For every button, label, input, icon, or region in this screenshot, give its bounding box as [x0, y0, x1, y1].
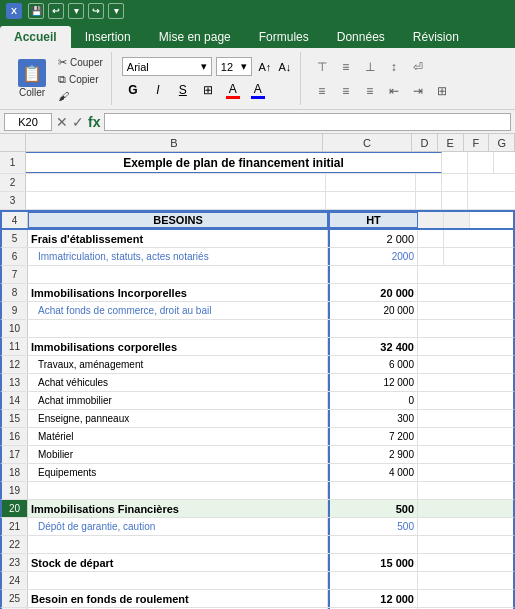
- table-row: 10: [0, 320, 515, 338]
- confirm-formula-icon[interactable]: ✓: [72, 114, 84, 130]
- font-name-dropdown[interactable]: Arial ▾: [122, 57, 212, 76]
- increase-font-size-button[interactable]: A↑: [256, 58, 274, 76]
- cell-c22: [328, 536, 418, 553]
- cell-b11: Immobilisations corporelles: [28, 338, 328, 355]
- undo-dropdown-icon[interactable]: ▾: [68, 3, 84, 19]
- row-number: 20: [2, 500, 28, 517]
- insert-function-icon[interactable]: fx: [88, 114, 100, 130]
- bold-button[interactable]: G: [122, 80, 144, 100]
- dropdown-arrow-icon: ▾: [201, 60, 207, 73]
- cut-button[interactable]: ✂ Couper: [56, 55, 105, 70]
- text-direction-button[interactable]: ↕: [383, 57, 405, 77]
- table-row: 22: [0, 536, 515, 554]
- font-size-dropdown[interactable]: 12 ▾: [216, 57, 252, 76]
- tab-insertion[interactable]: Insertion: [71, 26, 145, 48]
- table-row: 1 Exemple de plan de financement initial: [0, 152, 515, 174]
- title-cell[interactable]: Exemple de plan de financement initial: [26, 152, 442, 173]
- row-number: 24: [2, 572, 28, 589]
- cell-b12: Travaux, aménagement: [28, 356, 328, 373]
- redo-icon[interactable]: ↪: [88, 3, 104, 19]
- cell-b20[interactable]: Immobilisations Financières: [28, 500, 328, 517]
- cell-c25: 12 000: [328, 590, 418, 607]
- merge-center-button[interactable]: ⊞: [431, 81, 453, 101]
- sheet-body: 1 Exemple de plan de financement initial…: [0, 152, 515, 609]
- cell-b23: Stock de départ: [28, 554, 328, 571]
- spreadsheet: B C D E F G 1 Exemple de plan de finance…: [0, 134, 515, 609]
- cell-b22: [28, 536, 328, 553]
- format-painter-button[interactable]: 🖌: [56, 89, 105, 103]
- italic-button[interactable]: I: [147, 80, 169, 100]
- save-icon[interactable]: 💾: [28, 3, 44, 19]
- copy-button[interactable]: ⧉ Copier: [56, 72, 105, 87]
- increase-indent-button[interactable]: ⇥: [407, 81, 429, 101]
- table-row: 12 Travaux, aménagement 6 000: [0, 356, 515, 374]
- cell-b3: [26, 192, 326, 209]
- align-left-button[interactable]: ≡: [311, 81, 333, 101]
- paste-button[interactable]: 📋 Coller: [12, 59, 52, 98]
- underline-button[interactable]: S: [172, 80, 194, 100]
- header-besoins: BESOINS: [28, 212, 328, 228]
- tab-formules[interactable]: Formules: [245, 26, 323, 48]
- size-dropdown-arrow-icon: ▾: [241, 60, 247, 73]
- font-row2: G I S ⊞ A A: [122, 80, 294, 100]
- formula-bar: K20 ✕ ✓ fx: [0, 110, 515, 134]
- font-group: Arial ▾ 12 ▾ A↑ A↓ G I S ⊞: [116, 52, 301, 105]
- row-number: 2: [0, 174, 26, 191]
- fill-color-button[interactable]: A: [222, 80, 244, 100]
- border-button[interactable]: ⊞: [197, 80, 219, 100]
- decrease-indent-button[interactable]: ⇤: [383, 81, 405, 101]
- cell-c15: 300: [328, 410, 418, 427]
- quick-access-toolbar: 💾 ↩ ▾ ↪ ▾: [28, 3, 124, 19]
- table-row: 19: [0, 482, 515, 500]
- col-header-g: G: [489, 134, 515, 151]
- align-section: ⊤ ≡ ⊥ ↕ ⏎ ≡ ≡ ≡ ⇤ ⇥ ⊞: [311, 57, 453, 101]
- cell-c12: 6 000: [328, 356, 418, 373]
- cell-b24: [28, 572, 328, 589]
- tab-donnees[interactable]: Données: [323, 26, 399, 48]
- align-row1: ⊤ ≡ ⊥ ↕ ⏎: [311, 57, 453, 77]
- align-right-button[interactable]: ≡: [359, 81, 381, 101]
- scissors-icon: ✂: [58, 56, 67, 69]
- tab-revision[interactable]: Révision: [399, 26, 473, 48]
- undo-icon[interactable]: ↩: [48, 3, 64, 19]
- table-row: 6 Immatriculation, statuts, actes notari…: [0, 248, 515, 266]
- fill-color-indicator: [226, 96, 240, 99]
- cell-c5: 2 000: [328, 230, 418, 247]
- row-number: 1: [0, 152, 26, 173]
- customize-icon[interactable]: ▾: [108, 3, 124, 19]
- clipboard-mini-buttons: ✂ Couper ⧉ Copier 🖌: [56, 55, 105, 103]
- cell-c6: 2000: [328, 248, 418, 265]
- cell-c17: 2 900: [328, 446, 418, 463]
- table-row: 24: [0, 572, 515, 590]
- font-color-indicator: [251, 96, 265, 99]
- cell-reference-box[interactable]: K20: [4, 113, 52, 131]
- wrap-text-button[interactable]: ⏎: [407, 57, 429, 77]
- row-number: 19: [2, 482, 28, 499]
- excel-icon: X: [6, 3, 22, 19]
- table-row: 13 Achat véhicules 12 000: [0, 374, 515, 392]
- decrease-font-size-button[interactable]: A↓: [276, 58, 294, 76]
- cell-b17: Mobilier: [28, 446, 328, 463]
- fill-icon: A: [229, 82, 237, 96]
- align-middle-button[interactable]: ≡: [335, 57, 357, 77]
- row-number: 5: [2, 230, 28, 247]
- formula-input[interactable]: [104, 113, 511, 131]
- align-top-button[interactable]: ⊤: [311, 57, 333, 77]
- tab-mise-en-page[interactable]: Mise en page: [145, 26, 245, 48]
- row-number: 14: [2, 392, 28, 409]
- copy-label: Copier: [69, 74, 98, 85]
- align-bottom-button[interactable]: ⊥: [359, 57, 381, 77]
- cell-d3: [416, 192, 442, 209]
- cancel-formula-icon[interactable]: ✕: [56, 114, 68, 130]
- cell-c20[interactable]: 500: [328, 500, 418, 517]
- cell-c10: [328, 320, 418, 337]
- cell-b6: Immatriculation, statuts, actes notariés: [28, 248, 328, 265]
- row-number: 3: [0, 192, 26, 209]
- ribbon-tabs: Accueil Insertion Mise en page Formules …: [0, 22, 515, 48]
- align-center-button[interactable]: ≡: [335, 81, 357, 101]
- tab-accueil[interactable]: Accueil: [0, 26, 71, 48]
- row-number: 16: [2, 428, 28, 445]
- font-color-button[interactable]: A: [247, 80, 269, 100]
- cell-b19: [28, 482, 328, 499]
- row-number: 6: [2, 248, 28, 265]
